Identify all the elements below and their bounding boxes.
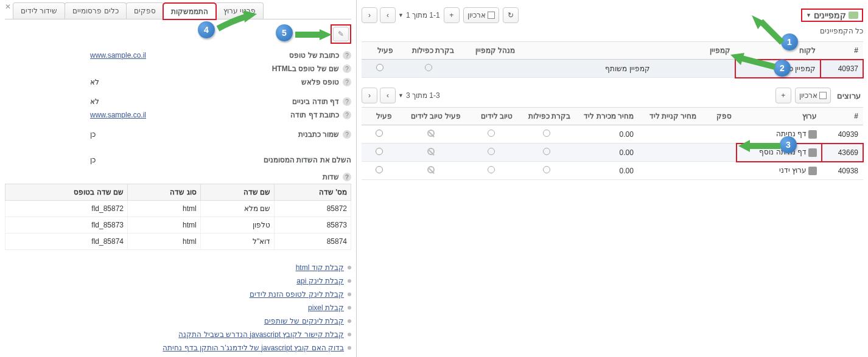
col-dup[interactable]: בקרת כפילות bbox=[517, 108, 575, 125]
link-js-check[interactable]: בדוק האם קובץ javascript של לידמנג'ר הות… bbox=[163, 344, 344, 352]
edit-button[interactable]: ✎ bbox=[333, 27, 349, 41]
help-icon[interactable]: ? bbox=[343, 64, 351, 73]
disabled-icon bbox=[427, 166, 435, 173]
tab-integration[interactable]: התממשקות bbox=[163, 3, 216, 19]
pager-prev-button[interactable]: ‹ bbox=[362, 88, 377, 103]
flash-label: טופס פלאש bbox=[301, 78, 339, 86]
subtitle: כל הקמפיינים bbox=[362, 27, 863, 35]
cell-num: 40939 bbox=[822, 125, 863, 144]
status-icon bbox=[488, 148, 495, 155]
radio-icon bbox=[376, 130, 383, 137]
bullet-icon bbox=[348, 333, 351, 336]
refresh-button[interactable]: ↻ bbox=[503, 7, 519, 23]
radio-icon bbox=[376, 166, 383, 173]
flash-value: לא bbox=[5, 78, 99, 86]
campaign-row[interactable]: 40937 קמפיין כללי קמפיין משותף bbox=[362, 60, 863, 78]
chevron-down-icon: ▼ bbox=[806, 12, 811, 18]
col-ldraft-active[interactable]: פעיל טיוב לידים bbox=[397, 108, 465, 125]
col-num[interactable]: # bbox=[821, 42, 863, 60]
page-title: קמפיינים bbox=[814, 10, 846, 20]
campaigns-header[interactable]: קמפיינים ▼ bbox=[801, 9, 863, 22]
bullet-icon bbox=[348, 279, 351, 283]
col-campaign[interactable]: קמפיין bbox=[520, 42, 735, 60]
help-icon[interactable]: ? bbox=[343, 78, 351, 86]
help-icon[interactable]: ? bbox=[343, 97, 351, 106]
link-api[interactable]: קבלת לינק api bbox=[296, 277, 344, 285]
tab-ad-tools[interactable]: כלים פרסומיים bbox=[65, 2, 126, 19]
cell-channel: ערוץ ידני bbox=[737, 162, 822, 180]
add-campaign-button[interactable]: + bbox=[444, 7, 460, 23]
help-icon[interactable]: ? bbox=[343, 130, 351, 139]
channel-row[interactable]: 40938 ערוץ ידני 0.00 bbox=[362, 162, 863, 180]
link-partners[interactable]: קבלת לינקים של שותפים bbox=[264, 317, 344, 325]
edit-highlight: ✎ bbox=[331, 24, 351, 44]
channels-archive-toggle[interactable]: ארכיון bbox=[795, 88, 831, 103]
archive-label: ארכיון bbox=[799, 91, 817, 100]
save-tpl-value: כן bbox=[5, 130, 96, 139]
thank-url-label: כתובת דף תודה bbox=[290, 111, 339, 119]
checkbox-icon bbox=[819, 92, 827, 99]
col-channel[interactable]: ערוץ bbox=[737, 108, 822, 125]
pager-prev-button[interactable]: ‹ bbox=[362, 7, 377, 23]
add-channel-button[interactable]: + bbox=[775, 88, 791, 103]
tab-suppliers[interactable]: ספקים bbox=[126, 2, 164, 19]
col-active[interactable]: פעיל bbox=[362, 42, 398, 60]
channels-table: # ערוץ ספק מחיר קניית ליד מחיר מכירת ליד… bbox=[362, 107, 863, 180]
col-num[interactable]: # bbox=[822, 108, 863, 125]
archive-toggle[interactable]: ארכיון bbox=[463, 7, 499, 23]
cell-num: 43669 bbox=[822, 144, 863, 162]
col-sell[interactable]: מחיר מכירת ליד bbox=[575, 108, 639, 125]
col-dup[interactable]: בקרת כפילות bbox=[398, 42, 459, 60]
archive-label: ארכיון bbox=[467, 11, 486, 19]
close-tabs-icon[interactable]: ✕ bbox=[5, 2, 11, 19]
status-icon bbox=[488, 130, 495, 137]
link-pixel[interactable]: קבלת pixel bbox=[308, 303, 344, 312]
col-active[interactable]: פעיל bbox=[362, 108, 397, 125]
help-icon[interactable]: ? bbox=[343, 111, 351, 119]
cell-client: קמפיין כללי bbox=[735, 60, 821, 78]
campaigns-pager-text: 1-1 מתוך 1 bbox=[406, 11, 440, 19]
save-tpl-label: שמור כתבנית bbox=[298, 130, 339, 139]
link-lead-form[interactable]: קבלת לינק לטופס הזנת לידים bbox=[250, 290, 344, 299]
cell-num: 40937 bbox=[821, 60, 863, 78]
complete-value: כן bbox=[5, 156, 96, 164]
channels-title: ערוצים bbox=[835, 89, 863, 102]
status-icon bbox=[543, 130, 550, 137]
field-row: 85874דוא"לhtmlfld_85874 bbox=[5, 234, 351, 250]
campaigns-table: # לקוח קמפיין מנהל קמפיין בקרת כפילות פע… bbox=[362, 41, 863, 78]
thank-url-value[interactable]: www.sample.co.il bbox=[5, 111, 146, 119]
tab-channel-details[interactable]: פרטי ערוץ bbox=[215, 2, 264, 19]
tab-lead-broadcast[interactable]: שידור לידים bbox=[13, 2, 65, 19]
link-html-code[interactable]: קבלת קוד html bbox=[296, 263, 344, 272]
chevron-down-icon[interactable]: ▼ bbox=[398, 92, 404, 99]
col-ldraft[interactable]: טיוב לידים bbox=[466, 108, 517, 125]
link-js-install[interactable]: קבלת קישור לקובץ javascript הנדרש בשביל … bbox=[178, 330, 344, 339]
complete-label: השלם את השדות המסומנים bbox=[264, 156, 351, 164]
cell-num: 40938 bbox=[822, 162, 863, 180]
form-url-label: כתובת של טופס bbox=[289, 51, 339, 60]
status-icon bbox=[543, 166, 550, 173]
help-icon[interactable]: ? bbox=[343, 51, 351, 60]
form-url-value[interactable]: www.sample.co.il bbox=[5, 51, 146, 60]
status-icon bbox=[543, 148, 550, 155]
channel-row[interactable]: 43669 דף נחיתה נוסף 0.00 bbox=[362, 144, 863, 162]
cell-sell: 0.00 bbox=[575, 162, 639, 180]
pager-next-button[interactable]: › bbox=[380, 88, 396, 103]
detail-tabs: ✕ שידור לידים כלים פרסומיים ספקים התממשק… bbox=[5, 2, 351, 19]
chevron-down-icon[interactable]: ▼ bbox=[398, 12, 404, 18]
channel-row[interactable]: 40939 דף נחיתה 0.00 bbox=[362, 125, 863, 144]
folder-icon bbox=[849, 12, 858, 19]
col-supplier[interactable]: ספק bbox=[701, 108, 737, 125]
status-icon bbox=[425, 64, 432, 71]
col-mgr[interactable]: מנהל קמפיין bbox=[459, 42, 520, 60]
col-buy[interactable]: מחיר קניית ליד bbox=[639, 108, 701, 125]
cell-channel: דף נחיתה נוסף bbox=[737, 144, 822, 162]
help-icon[interactable]: ? bbox=[343, 173, 351, 181]
fields-section-label: שדות bbox=[323, 173, 339, 181]
bullet-icon bbox=[348, 319, 351, 323]
radio-icon bbox=[376, 64, 383, 71]
bullet-icon bbox=[348, 346, 351, 350]
col-field-num: מס' שדה bbox=[275, 184, 351, 201]
pager-next-button[interactable]: › bbox=[380, 7, 396, 23]
col-client[interactable]: לקוח bbox=[735, 42, 821, 60]
